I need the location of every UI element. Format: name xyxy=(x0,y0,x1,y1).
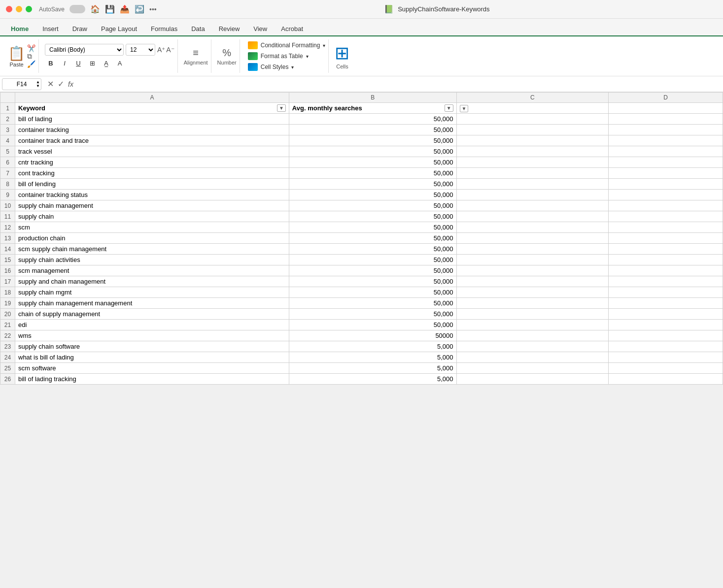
cell-c[interactable] xyxy=(456,125,609,135)
cell-d[interactable] xyxy=(609,298,723,309)
cell-value[interactable]: 50,000 xyxy=(289,190,456,200)
cell-c[interactable] xyxy=(456,211,609,222)
cell-c[interactable] xyxy=(456,341,609,352)
cell-d[interactable] xyxy=(609,244,723,255)
tab-review[interactable]: Review xyxy=(212,22,247,36)
col-header-a[interactable]: A xyxy=(15,93,289,103)
cell-keyword[interactable]: bill of lading tracking xyxy=(15,374,289,385)
cell-styles-button[interactable]: Cell Styles ▾ xyxy=(248,63,326,71)
cell-d[interactable] xyxy=(609,341,723,352)
cell-d[interactable] xyxy=(609,211,723,222)
confirm-formula-icon[interactable]: ✓ xyxy=(58,79,64,89)
cell-keyword[interactable]: supply chain xyxy=(15,211,289,222)
cell-c[interactable] xyxy=(456,157,609,168)
cell-value[interactable]: 50,000 xyxy=(289,179,456,190)
cell-value[interactable]: 50,000 xyxy=(289,309,456,320)
cut-icon[interactable]: ✂️ xyxy=(27,45,35,52)
cell-value[interactable]: 5,000 xyxy=(289,341,456,352)
cell-d[interactable] xyxy=(609,363,723,374)
tab-formulas[interactable]: Formulas xyxy=(144,22,184,36)
cell-keyword[interactable]: bill of lending xyxy=(15,179,289,190)
searches-filter-button[interactable]: ▼ xyxy=(445,104,453,112)
cell-c[interactable] xyxy=(456,200,609,211)
cell-value[interactable]: 50,000 xyxy=(289,287,456,298)
italic-button[interactable]: I xyxy=(59,58,70,68)
cell-c[interactable] xyxy=(456,320,609,330)
cell-keyword[interactable]: what is bill of lading xyxy=(15,352,289,363)
cell-c[interactable] xyxy=(456,135,609,146)
maximize-button[interactable] xyxy=(26,6,32,12)
tab-view[interactable]: View xyxy=(246,22,274,36)
cell-value[interactable]: 50,000 xyxy=(289,125,456,135)
cell-c[interactable] xyxy=(456,276,609,287)
cell-keyword[interactable]: wms xyxy=(15,330,289,341)
cell-keyword[interactable]: chain of supply management xyxy=(15,309,289,320)
upload-icon[interactable]: 📤 xyxy=(120,4,130,14)
cell-keyword[interactable]: production chain xyxy=(15,233,289,244)
cell-value[interactable]: 50,000 xyxy=(289,265,456,276)
cell-value[interactable]: 50,000 xyxy=(289,298,456,309)
fill-color-button[interactable]: A̲ xyxy=(100,58,112,68)
cell-d[interactable] xyxy=(609,330,723,341)
cell-value[interactable]: 50,000 xyxy=(289,135,456,146)
more-icon[interactable]: ••• xyxy=(149,5,157,13)
border-button[interactable]: ⊞ xyxy=(86,58,98,68)
cell-c[interactable] xyxy=(456,265,609,276)
cell-d[interactable] xyxy=(609,374,723,385)
minimize-button[interactable] xyxy=(16,6,22,12)
cell-c[interactable] xyxy=(456,298,609,309)
cell-c[interactable] xyxy=(456,244,609,255)
cell-keyword[interactable]: container track and trace xyxy=(15,135,289,146)
cell-d[interactable] xyxy=(609,320,723,330)
cell-keyword[interactable]: supply chain management xyxy=(15,200,289,211)
cell-c[interactable] xyxy=(456,233,609,244)
cell-value[interactable]: 50,000 xyxy=(289,114,456,125)
conditional-formatting-button[interactable]: Conditional Formatting ▾ xyxy=(248,41,326,49)
underline-button[interactable]: U xyxy=(72,58,84,68)
cell-d[interactable] xyxy=(609,233,723,244)
cell-value[interactable]: 50,000 xyxy=(289,211,456,222)
col-header-c[interactable]: C xyxy=(456,93,609,103)
tab-home[interactable]: Home xyxy=(4,22,35,36)
font-size-dropdown[interactable]: 12 xyxy=(126,44,155,56)
cell-keyword[interactable]: cont tracking xyxy=(15,168,289,179)
cell-value[interactable]: 50,000 xyxy=(289,157,456,168)
cell-c[interactable] xyxy=(456,146,609,157)
cell-keyword[interactable]: supply chain software xyxy=(15,341,289,352)
cell-value[interactable]: 5,000 xyxy=(289,363,456,374)
cell-c[interactable] xyxy=(456,352,609,363)
cell-d[interactable] xyxy=(609,168,723,179)
cell-d[interactable] xyxy=(609,125,723,135)
cell-d[interactable] xyxy=(609,103,723,114)
cell-keyword[interactable]: container tracking status xyxy=(15,190,289,200)
cell-value[interactable]: Avg. monthly searches▼ xyxy=(289,103,456,114)
cell-keyword[interactable]: supply chain mgmt xyxy=(15,287,289,298)
copy-icon[interactable]: ⧉ xyxy=(27,53,35,60)
cell-d[interactable] xyxy=(609,255,723,265)
format-painter-icon[interactable]: 🖌️ xyxy=(27,61,35,67)
number-format-icon[interactable]: % xyxy=(222,47,231,59)
cell-d[interactable] xyxy=(609,135,723,146)
cell-c[interactable] xyxy=(456,309,609,320)
cell-c[interactable] xyxy=(456,330,609,341)
cell-d[interactable] xyxy=(609,265,723,276)
cell-d[interactable] xyxy=(609,222,723,233)
tab-page-layout[interactable]: Page Layout xyxy=(94,22,144,36)
cell-c[interactable] xyxy=(456,363,609,374)
paste-button[interactable]: 📋 Paste xyxy=(8,45,25,67)
cell-c[interactable] xyxy=(456,255,609,265)
autosave-toggle[interactable] xyxy=(69,5,85,13)
tab-acrobat[interactable]: Acrobat xyxy=(274,22,310,36)
cell-value[interactable]: 50,000 xyxy=(289,255,456,265)
cell-c[interactable] xyxy=(456,179,609,190)
cell-d[interactable] xyxy=(609,114,723,125)
cell-keyword[interactable]: container tracking xyxy=(15,125,289,135)
cell-c[interactable] xyxy=(456,168,609,179)
cell-keyword[interactable]: scm software xyxy=(15,363,289,374)
alignment-icon[interactable]: ≡ xyxy=(193,47,199,59)
cell-value[interactable]: 50,000 xyxy=(289,168,456,179)
cell-d[interactable] xyxy=(609,157,723,168)
close-button[interactable] xyxy=(6,6,12,12)
cell-value[interactable]: 50,000 xyxy=(289,222,456,233)
cell-d[interactable] xyxy=(609,287,723,298)
